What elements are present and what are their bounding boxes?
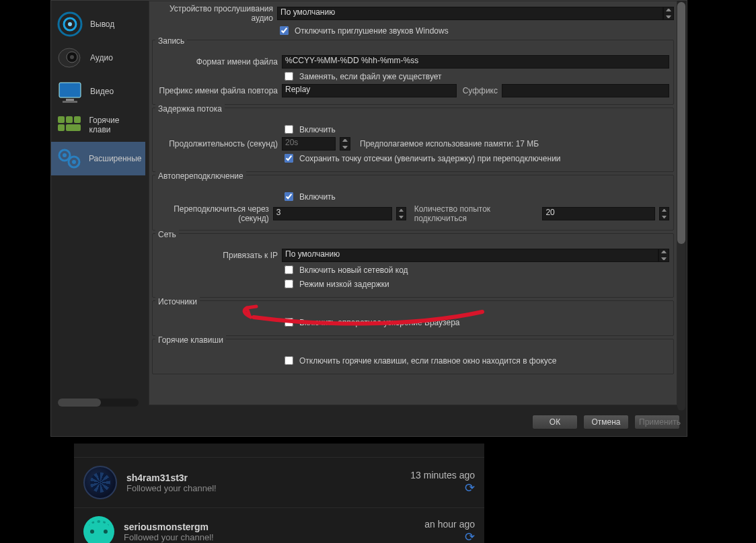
follower-name: seriousmonstergm [124,521,214,532]
speaker-icon [55,43,85,73]
max-retries-label: Количество попыток подключиться [414,204,536,223]
apply-button[interactable]: Применить [634,415,680,429]
sidebar: Вывод Аудио Видео Горячие клави [51,1,145,411]
svg-point-17 [72,160,76,164]
replay-prefix-label: Префикс имени файла повтора [157,86,278,95]
svg-rect-8 [63,101,77,103]
svg-rect-7 [66,99,74,101]
bind-ip-select[interactable]: По умолчанию [282,249,658,262]
sidebar-item-general[interactable] [51,1,145,7]
sidebar-item-video[interactable]: Видео [51,75,145,108]
group-title: Задержка потока [155,104,225,114]
reconnect-group: Автопереподключение Включить Переподключ… [152,175,674,231]
svg-point-2 [68,22,72,26]
delay-enable-checkbox[interactable]: Включить [282,123,336,136]
filename-format-input[interactable]: %CCYY-%MM-%DD %hh-%mm-%ss [282,55,669,69]
activity-feed: sh4ram31st3r Followed your channel! 13 m… [74,444,484,543]
group-title: Запись [155,36,187,46]
settings-content: Устройство прослушивания аудио По умолча… [149,1,677,405]
suffix-input[interactable] [502,84,669,97]
svg-point-5 [70,55,74,59]
follower-name: sh4ram31st3r [126,472,217,483]
sources-group: Источники Включить аппаратное ускорение … [152,300,674,336]
spinner-icon[interactable] [340,137,350,151]
svg-rect-13 [66,124,81,131]
follower-action: Followed your channel! [126,483,217,493]
suffix-label: Суффикс [461,86,498,95]
new-network-code-checkbox[interactable]: Включить новый сетевой код [282,263,408,276]
recording-group: Запись Формат имени файла %CCYY-%MM-%DD … [152,40,674,105]
dialog-footer: ОК Отмена Применить [532,415,680,429]
feed-time: an hour ago [424,519,475,530]
group-title: Сеть [155,230,179,239]
follower-action: Followed your channel! [124,532,214,542]
disable-ducking-checkbox[interactable]: Отключить приглушение звуков Windows [277,24,449,37]
browser-hw-accel-checkbox[interactable]: Включить аппаратное ускорение Браузера [282,316,459,329]
stream-delay-group: Задержка потока Включить Продолжительнос… [152,108,674,172]
retry-delay-input[interactable]: 3 [273,207,392,220]
svg-point-16 [63,153,67,157]
dropdown-icon[interactable] [663,7,674,20]
sidebar-item-label: Вывод [90,19,114,29]
filename-format-label: Формат имени файла [157,57,278,67]
sidebar-item-output[interactable]: Вывод [51,7,145,41]
group-title: Горячие клавиши [155,335,226,345]
svg-rect-10 [66,116,73,123]
memory-estimate-label: Предполагаемое использование памяти: 17 … [360,139,539,149]
network-group: Сеть Привязать к IP По умолчанию Включит… [152,233,674,298]
audio-device-select[interactable]: По умолчанию [277,7,663,20]
disable-hotkeys-focus-checkbox[interactable]: Отключить горячие клавиши, если главное … [282,354,556,367]
sidebar-item-hotkeys[interactable]: Горячие клави [51,108,145,142]
gear-icon [55,144,83,173]
sidebar-item-audio[interactable]: Аудио [51,41,145,75]
spinner-icon[interactable] [659,207,669,220]
sidebar-item-label: Горячие клави [89,116,141,134]
spinner-icon[interactable] [396,207,406,220]
duration-input[interactable]: 20s [282,137,336,151]
replay-prefix-input[interactable]: Replay [282,84,457,97]
refresh-icon[interactable]: ⟳ [410,481,475,495]
duration-label: Продолжительность (секунд) [157,139,278,149]
feed-time: 13 minutes ago [410,470,475,481]
svg-rect-9 [58,116,65,123]
avatar [83,516,114,543]
bind-ip-label: Привязать к IP [157,251,278,260]
settings-window: Вывод Аудио Видео Горячие клави [50,0,687,437]
group-title: Автопереподключение [155,171,246,181]
group-title: Источники [155,297,200,306]
retry-delay-label: Переподключиться через (секунд) [157,204,269,223]
avatar [83,466,117,499]
sidebar-scrollbar[interactable] [58,399,139,407]
max-retries-input[interactable]: 20 [542,207,655,220]
feed-item: seriousmonstergm Followed your channel! … [74,508,484,543]
refresh-icon[interactable]: ⟳ [424,530,475,543]
sidebar-item-advanced[interactable]: Расширенные [51,142,145,175]
low-latency-checkbox[interactable]: Режим низкой задержки [282,278,389,290]
preserve-cutoff-checkbox[interactable]: Сохранить точку отсечки (увеличить задер… [282,152,561,165]
reconnect-enable-checkbox[interactable]: Включить [282,190,336,203]
ok-button[interactable]: ОК [532,415,578,429]
svg-rect-11 [74,116,81,123]
content-scrollbar[interactable] [677,2,685,411]
feed-item: sh4ram31st3r Followed your channel! 13 m… [74,458,484,508]
overwrite-checkbox[interactable]: Заменять, если файл уже существует [282,70,442,83]
sidebar-item-label: Расширенные [89,154,142,163]
audio-device-label: Устройство прослушивания аудио [152,4,273,23]
hotkeys-group: Горячие клавиши Отключить горячие клавиш… [152,339,674,374]
svg-rect-6 [59,83,81,97]
keyboard-icon [55,110,83,140]
sidebar-item-label: Аудио [90,53,113,62]
svg-rect-12 [58,124,65,131]
cancel-button[interactable]: Отмена [583,415,629,429]
dropdown-icon[interactable] [658,249,669,262]
broadcast-icon [55,9,85,39]
monitor-icon [55,77,85,106]
sidebar-item-label: Видео [90,87,114,96]
